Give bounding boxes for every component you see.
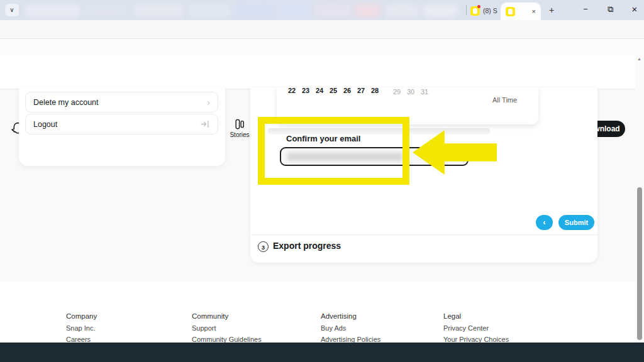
logout-icon (200, 120, 210, 128)
calendar-day[interactable]: 22 (285, 88, 299, 94)
footer-heading: Company (66, 312, 97, 320)
footer-heading: Community (192, 312, 262, 320)
blurred-tab[interactable] (236, 4, 272, 17)
minimize-icon: − (583, 4, 588, 14)
tab-title: (8) S (483, 7, 497, 14)
delete-account-item[interactable]: Delete my account › (25, 92, 218, 112)
calendar-day[interactable]: 27 (354, 88, 368, 94)
blurred-tab[interactable] (384, 4, 420, 17)
tab-divider (466, 5, 467, 15)
footer-link[interactable]: Privacy Center (443, 324, 509, 332)
back-step-button[interactable]: ‹ (536, 215, 553, 230)
windows-taskbar: 4 ∧ ENG 05:02 PM 18-03-2026 (0, 343, 644, 362)
chevron-left-icon: ‹ (543, 217, 545, 227)
delete-account-label: Delete my account (33, 98, 99, 107)
screen: ∨ (8) S × + − ⧉ × ← → ↻ (0, 0, 644, 362)
logout-label: Logout (33, 120, 57, 129)
site-header: Stories Spotlight NEW Chat Lenses (0, 55, 644, 89)
close-tab-icon[interactable]: × (532, 8, 536, 15)
blurred-tab[interactable] (189, 4, 231, 17)
footer-column-legal: Legal Privacy Center Your Privacy Choice… (443, 312, 509, 347)
logout-item[interactable]: Logout (25, 114, 218, 134)
submit-button[interactable]: Submit (558, 215, 594, 230)
footer-column-community: Community Support Community Guidelines (192, 312, 262, 347)
footer-column-advertising: Advertising Buy Ads Advertising Policies (321, 312, 380, 347)
calendar-days-muted: 29 30 31 (390, 88, 431, 96)
calendar-day[interactable]: 23 (299, 88, 313, 94)
window-close-button[interactable]: × (623, 0, 644, 19)
calendar-days-active: 22 23 24 25 26 27 28 (285, 88, 382, 94)
window-minimize-button[interactable]: − (574, 0, 597, 19)
all-time-option[interactable]: All Time (492, 96, 517, 104)
export-progress-header[interactable]: Export progress (273, 241, 341, 251)
chevron-down-icon: ∨ (9, 6, 14, 13)
calendar-day[interactable]: 30 (404, 88, 418, 96)
footer-link[interactable]: Support (192, 324, 262, 332)
calendar-day[interactable]: 28 (368, 88, 382, 94)
scrollbar-thumb[interactable] (637, 187, 642, 340)
footer-link[interactable]: Buy Ads (321, 324, 380, 332)
blurred-tab[interactable] (423, 4, 458, 17)
notification-dot (477, 5, 480, 8)
section-divider (250, 234, 597, 235)
account-menu-card: Delete my account › Logout (19, 88, 225, 166)
stories-icon (233, 118, 247, 131)
footer-link[interactable]: Snap Inc. (66, 324, 97, 332)
blurred-tab[interactable] (84, 4, 128, 17)
chevron-right-icon: › (207, 97, 210, 107)
footer-column-company: Company Snap Inc. Careers (66, 312, 97, 347)
browser-toolbar: ← → ↻ accounts.snapchat.com/v2/download-… (0, 20, 644, 39)
footer-heading: Legal (443, 312, 509, 320)
blurred-tab[interactable] (314, 4, 351, 17)
close-icon: × (632, 4, 638, 14)
tab-active-snapchat[interactable]: × (501, 3, 541, 20)
new-tab-button[interactable]: + (545, 3, 558, 17)
blurred-tab[interactable] (25, 4, 80, 17)
plus-icon: + (549, 5, 554, 15)
calendar-day[interactable]: 31 (418, 88, 431, 96)
page-scrollbar: ▲ (635, 55, 644, 343)
snapchat-favicon (506, 7, 515, 16)
step-number-badge: 3 (258, 241, 269, 252)
blurred-tab[interactable] (354, 4, 380, 17)
tab-search-button[interactable]: ∨ (5, 4, 19, 16)
calendar-day[interactable]: 24 (313, 88, 326, 94)
scroll-up-icon[interactable]: ▲ (637, 57, 641, 61)
blurred-tab[interactable] (134, 4, 184, 17)
window-restore-button[interactable]: ⧉ (599, 0, 623, 19)
blurred-tab[interactable] (277, 4, 311, 17)
bookmarks-bar: All Bookmarks (0, 39, 644, 55)
browser-tabstrip: ∨ (8) S × + − ⧉ × (0, 0, 644, 20)
footer-heading: Advertising (321, 312, 380, 320)
calendar-day[interactable]: 25 (326, 88, 340, 94)
annotation-highlight-box (258, 117, 409, 185)
calendar-day[interactable]: 26 (340, 88, 354, 94)
restore-icon: ⧉ (608, 4, 613, 14)
calendar-day[interactable]: 29 (390, 88, 404, 96)
snapchat-favicon (470, 6, 480, 16)
